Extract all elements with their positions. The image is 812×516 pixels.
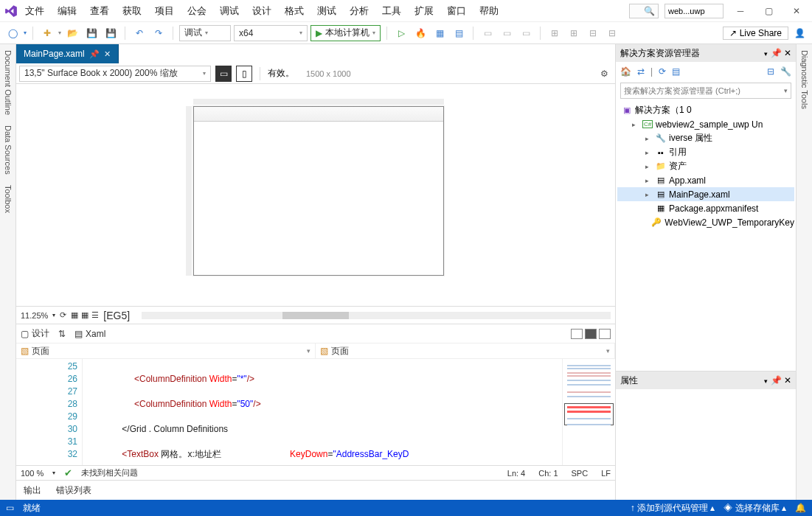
tree-item-assets[interactable]: ▸📁资产 xyxy=(617,159,794,173)
menu-get[interactable]: 获取 xyxy=(121,1,143,21)
tree-item-manifest[interactable]: ▦Package.appxmanifest xyxy=(617,201,794,215)
props-close-icon[interactable]: ✕ xyxy=(784,375,791,386)
grid-icon-1[interactable]: ▦ xyxy=(71,310,78,320)
tb-btn-5[interactable]: ▭ xyxy=(518,25,534,41)
menu-format[interactable]: 格式 xyxy=(283,1,305,21)
live-share-button[interactable]: ↗Live Share xyxy=(723,27,788,40)
menu-help[interactable]: 帮助 xyxy=(478,1,500,21)
menu-test[interactable]: 测试 xyxy=(316,1,338,21)
menu-edit[interactable]: 编辑 xyxy=(56,1,78,21)
menu-view[interactable]: 查看 xyxy=(89,1,111,21)
code-minimap[interactable] xyxy=(562,359,615,465)
device-combo[interactable]: 13,5" Surface Book x 2000) 200% 缩放▾ xyxy=(19,66,211,82)
solution-search-input[interactable]: 搜索解决方案资源管理器 (Ctrl+;)▾ xyxy=(620,83,791,99)
swap-panes-button[interactable]: ⇅ xyxy=(58,329,66,339)
editor-zoom[interactable]: 100 % xyxy=(21,469,44,478)
sol-refresh-icon[interactable]: ⟳ xyxy=(659,66,666,77)
tb-btn-9[interactable]: ⊟ xyxy=(604,25,620,41)
tb-btn-1[interactable]: ▦ xyxy=(431,25,448,41)
status-source-control[interactable]: ↑ 添加到源代码管理 ▴ xyxy=(631,502,715,515)
rail-document-outline[interactable]: Document Outline xyxy=(1,49,14,116)
document-tab-mainpage[interactable]: MainPage.xaml 📌 ✕ xyxy=(16,44,119,63)
grid-icon-2[interactable]: ▦ xyxy=(81,310,89,320)
split-horiz-icon[interactable] xyxy=(585,329,597,339)
sol-wrench-icon[interactable]: 🔧 xyxy=(780,66,791,77)
redo-button[interactable]: ↷ xyxy=(150,25,167,41)
solution-tree[interactable]: ▣解决方案（1 0 ▸C#webview2_sample_uwp Un ▸🔧iv… xyxy=(616,100,796,371)
new-item-button[interactable]: ✚ xyxy=(39,25,55,41)
menu-window[interactable]: 窗口 xyxy=(445,1,468,21)
designer-h-scrollbar[interactable] xyxy=(142,312,611,319)
pane-pin-icon[interactable]: 📌 xyxy=(771,48,782,58)
save-button[interactable]: 💾 xyxy=(83,25,100,41)
pane-close-icon[interactable]: ✕ xyxy=(784,48,791,58)
split-vert-icon[interactable] xyxy=(571,329,583,339)
designer-canvas[interactable] xyxy=(16,84,615,306)
tree-item-mainpage[interactable]: ▸▤MainPage.xaml xyxy=(617,187,794,201)
grid-icon-3[interactable]: ☰ xyxy=(91,310,99,320)
menu-file[interactable]: 文件 xyxy=(24,1,46,21)
indent-indicator[interactable]: SPC xyxy=(572,469,589,478)
window-close[interactable]: ✕ xyxy=(785,1,808,21)
pin-icon[interactable]: 📌 xyxy=(89,49,100,59)
tb-btn-6[interactable]: ⊞ xyxy=(546,25,563,41)
window-minimize[interactable]: ─ xyxy=(729,1,752,21)
props-pin-icon[interactable]: 📌 xyxy=(771,375,782,386)
tree-item-tempkey[interactable]: 🔑WebView2_UWP_TemporaryKey xyxy=(617,215,794,229)
settings-icon[interactable]: ⚙ xyxy=(596,66,612,82)
tb-btn-4[interactable]: ▭ xyxy=(499,25,515,41)
menu-project[interactable]: 项目 xyxy=(153,1,176,21)
tab-output[interactable]: 输出 xyxy=(24,484,41,497)
start-without-debug-button[interactable]: ▷ xyxy=(393,25,409,41)
eol-indicator[interactable]: LF xyxy=(601,469,611,478)
status-bell-icon[interactable]: 🔔 xyxy=(795,503,806,513)
menu-design[interactable]: 设计 xyxy=(251,1,273,21)
close-tab-icon[interactable]: ✕ xyxy=(104,49,111,59)
nav-back-button[interactable]: ◯ xyxy=(4,25,21,41)
tb-btn-3[interactable]: ▭ xyxy=(479,25,496,41)
tab-xaml[interactable]: ▤Xaml xyxy=(74,329,105,339)
artboard[interactable] xyxy=(193,106,444,276)
split-collapse-icon[interactable] xyxy=(599,329,611,339)
breadcrumb-right[interactable]: ▧页面▾ xyxy=(316,344,615,358)
rail-diagnostic-tools[interactable]: Diagnostic Tools xyxy=(798,49,811,111)
orientation-portrait-button[interactable]: ▯ xyxy=(236,66,252,82)
menu-analyze[interactable]: 分析 xyxy=(348,1,370,21)
code-editor[interactable]: <ColumnDefinition Width="*"/> <ColumnDef… xyxy=(83,359,562,465)
menu-build[interactable]: 公会 xyxy=(186,1,208,21)
configuration-combo[interactable]: 调试▾ xyxy=(179,25,231,41)
status-repo[interactable]: ◈ 选择存储库 ▴ xyxy=(723,502,786,515)
solution-title[interactable]: web...uwp xyxy=(664,4,723,18)
menu-tools[interactable]: 工具 xyxy=(381,1,403,21)
tree-project[interactable]: ▸C#webview2_sample_uwp Un xyxy=(617,117,794,131)
rail-data-sources[interactable]: Data Sources xyxy=(1,124,14,176)
tab-error-list[interactable]: 错误列表 xyxy=(56,484,91,497)
tree-solution-root[interactable]: ▣解决方案（1 0 xyxy=(617,103,794,117)
hot-reload-button[interactable]: 🔥 xyxy=(412,25,428,41)
props-dropdown-icon[interactable]: ▾ xyxy=(764,377,768,385)
undo-button[interactable]: ↶ xyxy=(131,25,148,41)
tb-btn-2[interactable]: ▤ xyxy=(451,25,467,41)
account-button[interactable]: 👤 xyxy=(791,25,808,41)
orientation-landscape-button[interactable]: ▭ xyxy=(215,66,232,82)
sol-home-icon[interactable]: 🏠 xyxy=(620,66,631,77)
save-all-button[interactable]: 💾 xyxy=(103,25,119,41)
menu-debug[interactable]: 调试 xyxy=(218,1,240,21)
rail-toolbox[interactable]: Toolbox xyxy=(1,184,14,215)
tb-btn-7[interactable]: ⊞ xyxy=(566,25,582,41)
refresh-icon[interactable]: ⟳ xyxy=(60,310,66,320)
start-debug-button[interactable]: ▶ 本地计算机▾ xyxy=(310,25,381,41)
sol-filter-icon[interactable]: ▤ xyxy=(672,66,680,77)
tree-item-appxaml[interactable]: ▸▤App.xaml xyxy=(617,173,794,187)
tb-btn-8[interactable]: ⊟ xyxy=(585,25,601,41)
open-button[interactable]: 📂 xyxy=(64,25,80,41)
search-box[interactable]: 🔍 xyxy=(629,4,659,18)
tab-design[interactable]: ▢设计 xyxy=(21,327,49,340)
zoom-percentage[interactable]: 11.25% xyxy=(21,311,48,320)
sol-sync-icon[interactable]: ⇄ xyxy=(637,66,645,77)
tree-item-properties[interactable]: ▸🔧iverse 属性 xyxy=(617,131,794,145)
sol-collapse-icon[interactable]: ⊟ xyxy=(767,66,774,77)
menu-extensions[interactable]: 扩展 xyxy=(413,1,435,21)
platform-combo[interactable]: x64▾ xyxy=(234,25,308,41)
breadcrumb-left[interactable]: ▧页面▾ xyxy=(16,344,316,358)
